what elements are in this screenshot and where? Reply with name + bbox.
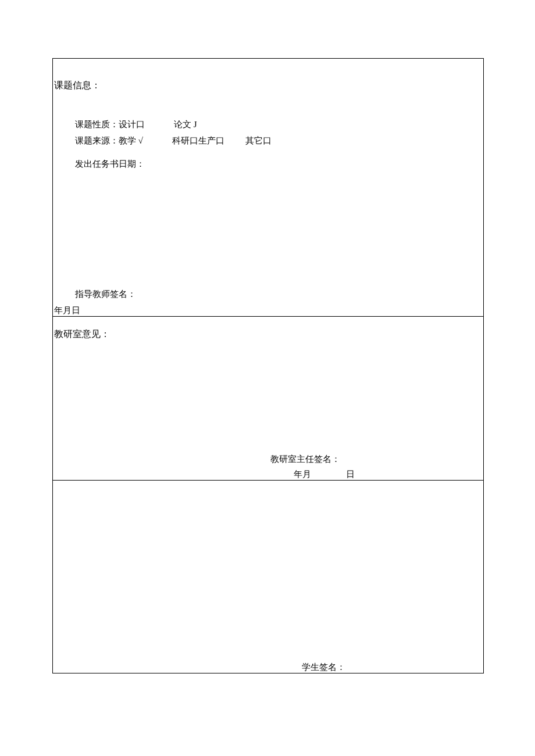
nature-label: 课题性质： [75,120,119,129]
student-sign-label: 学生签名： [302,662,345,673]
source-teaching-option: 教学 √ [119,136,143,145]
advisor-sign-label: 指导教师签名： [75,289,136,300]
student-sign-cell: 学生签名： [53,481,484,673]
source-other-option: 其它口 [245,136,272,145]
year-month-day: 年月日 [54,305,80,316]
topic-info-header: 课题信息： [54,80,101,92]
date-day: 日 [346,470,355,479]
topic-source-line: 课题来源：教学 √科研口生产口其它口 [75,135,272,146]
date-year-month: 年月 [294,470,311,479]
department-opinion-header: 教研室意见： [54,328,110,341]
department-opinion-cell: 教研室意见： 教研室主任签名： 年月日 [53,317,484,481]
nature-thesis-option: 论文 J [174,120,197,129]
topic-info-cell: 课题信息： 课题性质：设计口论文 J 课题来源：教学 √科研口生产口其它口 发出… [53,59,484,317]
source-research-production-option: 科研口生产口 [172,136,224,145]
nature-design-option: 设计口 [119,120,145,129]
form-table: 课题信息： 课题性质：设计口论文 J 课题来源：教学 √科研口生产口其它口 发出… [52,58,484,673]
department-head-sign-label: 教研室主任签名： [270,454,340,465]
source-label: 课题来源： [75,136,119,145]
topic-nature-line: 课题性质：设计口论文 J [75,119,197,130]
department-date-line: 年月日 [294,469,355,480]
issue-date-label: 发出任务书日期： [75,159,145,170]
